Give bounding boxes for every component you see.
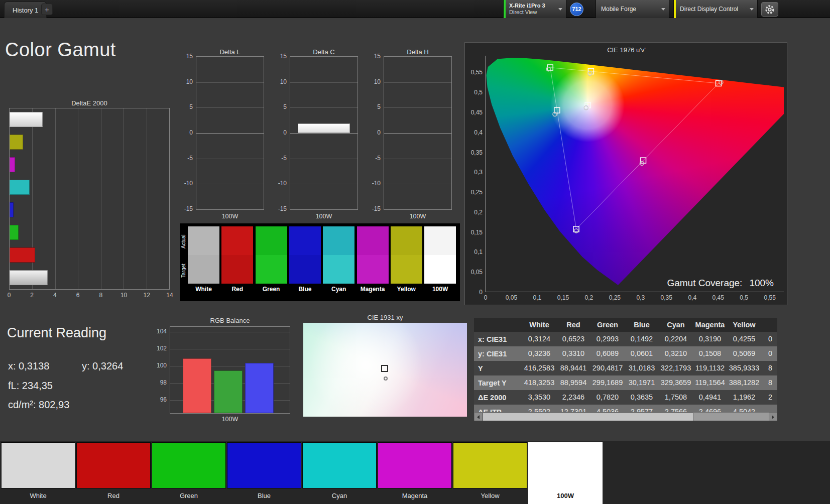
- swatch-magenta: Magenta: [357, 226, 389, 298]
- y-tick-label: 100: [151, 362, 167, 369]
- gridline: [196, 159, 264, 159]
- x-tick-label: 0,45: [713, 294, 724, 301]
- cell: 385,9333: [727, 361, 761, 375]
- y-tick-label: 0: [465, 289, 483, 296]
- pattern-source-label: Mobile Forge: [601, 6, 636, 13]
- patch-button-100w[interactable]: 100W: [528, 442, 603, 504]
- column-header: Red: [556, 318, 590, 332]
- patch-button-yellow[interactable]: Yellow: [453, 442, 527, 504]
- x-tick-label: 8: [99, 292, 103, 299]
- cie1931-plot: [303, 323, 467, 417]
- target-swatch: [323, 255, 354, 284]
- settings-button[interactable]: [761, 2, 778, 17]
- cell: 416,2583: [522, 361, 556, 375]
- scroll-left-button[interactable]: [474, 413, 483, 421]
- scroll-right-button[interactable]: [769, 413, 777, 421]
- y-tick-label: 5: [273, 103, 287, 110]
- meter-dropdown[interactable]: X-Rite i1Pro 3 Direct View: [503, 0, 566, 18]
- gridline: [78, 108, 78, 289]
- bar-green: [214, 370, 243, 413]
- y-tick-label: 10: [367, 78, 381, 85]
- x-tick-label: 10: [121, 292, 127, 299]
- x-tick-label: 0: [8, 292, 11, 299]
- chart-title: Delta L: [196, 48, 264, 56]
- patch-color: [302, 442, 377, 488]
- actual-swatch: [357, 226, 389, 255]
- reading-cdm2: cd/m²: 802,93: [8, 399, 69, 411]
- bar-cyan: [10, 180, 30, 195]
- y-tick-label: 0,35: [465, 149, 483, 156]
- patch-button-red[interactable]: Red: [76, 442, 151, 504]
- table-row: y: CIE310,32360,33100,60890,06010,32100,…: [474, 346, 777, 361]
- row-label: ΔE 2000: [474, 390, 522, 405]
- column-header: Yellow: [727, 318, 761, 332]
- x-tick-label: 0,05: [506, 294, 517, 301]
- add-tab-button[interactable]: +: [41, 4, 53, 15]
- swatch-label: Red: [221, 286, 253, 293]
- y-tick-label: 15: [273, 53, 287, 60]
- patch-button-blue[interactable]: Blue: [227, 442, 301, 504]
- patch-label: Blue: [227, 488, 301, 504]
- gridline: [170, 349, 290, 349]
- y-tick-label: 10: [273, 78, 287, 85]
- table-scrollbar[interactable]: [474, 412, 777, 421]
- chevron-down-icon: [661, 8, 665, 11]
- y-tick-label: 0: [179, 129, 193, 136]
- cell: 0,3124: [522, 332, 556, 346]
- swatch-cyan: Cyan: [323, 226, 354, 298]
- swatch-label: Magenta: [357, 286, 389, 293]
- patch-button-cyan[interactable]: Cyan: [302, 442, 377, 504]
- patch-button-white[interactable]: White: [1, 442, 75, 504]
- x-axis-label: 100W: [196, 213, 264, 220]
- gridline: [170, 332, 290, 332]
- reading-fl: fL: 234,35: [8, 380, 53, 392]
- cell: 1,7508: [659, 390, 693, 405]
- actual-row-label: Actual: [181, 227, 187, 256]
- gamut-coverage-value: 100%: [749, 278, 774, 288]
- cell: 0,5069: [727, 346, 761, 361]
- actual-swatch: [256, 226, 287, 255]
- meter-status-accent: [504, 0, 506, 18]
- x-tick-label: 0,25: [609, 294, 621, 301]
- x-axis-label: 100W: [384, 213, 452, 220]
- table-row: Target Y418,325388,9594299,168930,197132…: [474, 375, 777, 390]
- patch-color: [453, 442, 527, 488]
- display-control-dropdown[interactable]: Direct Display Control: [673, 0, 758, 18]
- actual-swatch: [391, 226, 422, 255]
- y-tick-label: -5: [273, 155, 287, 162]
- delta-c-plot: [290, 56, 358, 210]
- app-window: History 1 + X-Rite i1Pro 3 Direct View 7…: [0, 0, 830, 504]
- gridline: [384, 133, 451, 134]
- patch-button-green[interactable]: Green: [152, 442, 226, 504]
- gridline: [196, 184, 264, 184]
- patch-color: [378, 442, 452, 488]
- y-tick-label: -5: [367, 155, 381, 162]
- gridline: [290, 133, 358, 134]
- gridline: [384, 82, 451, 83]
- scrollbar-thumb[interactable]: [483, 413, 693, 421]
- meter-name: X-Rite i1Pro 3: [509, 3, 545, 9]
- gridline: [290, 184, 358, 184]
- swatch-label: Green: [256, 286, 287, 293]
- column-header: Blue: [625, 318, 659, 332]
- x-tick-label: 0,35: [661, 294, 672, 301]
- table-header-row: WhiteRedGreenBlueCyanMagentaYellow: [474, 318, 777, 332]
- cell: 0,1508: [693, 346, 727, 361]
- patch-color: [152, 442, 226, 488]
- history-tab[interactable]: History 1: [4, 2, 47, 18]
- cell: 30,1971: [625, 375, 659, 390]
- gridline: [147, 108, 147, 289]
- gridline: [55, 108, 56, 289]
- x-tick-label: 0: [484, 294, 488, 301]
- deltae2000-plot: [9, 108, 170, 290]
- row-label: Y: [474, 361, 522, 375]
- y-tick-label: 102: [151, 345, 167, 352]
- actual-swatch: [424, 226, 456, 255]
- delta-l-chart: Delta L 100W 151050-5-10-15: [179, 48, 269, 224]
- top-bar: History 1 + X-Rite i1Pro 3 Direct View 7…: [0, 0, 830, 18]
- patch-button-magenta[interactable]: Magenta: [378, 442, 452, 504]
- pattern-source-dropdown[interactable]: Mobile Forge: [596, 0, 669, 18]
- meter-mode: Direct View: [509, 9, 545, 16]
- bar-white: [10, 270, 48, 285]
- swatch-label: Blue: [289, 286, 321, 293]
